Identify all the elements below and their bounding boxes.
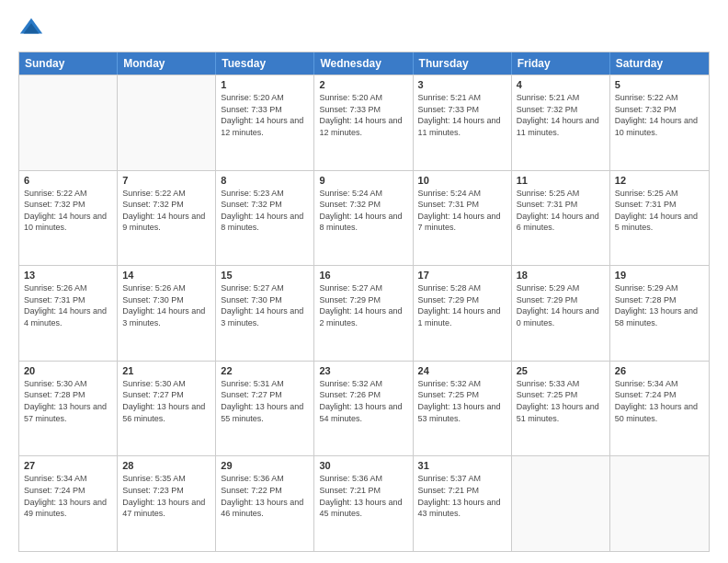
calendar-cell: 27Sunrise: 5:34 AM Sunset: 7:24 PM Dayli… [19,456,118,551]
calendar-cell: 13Sunrise: 5:26 AM Sunset: 7:31 PM Dayli… [19,266,118,361]
calendar-row: 20Sunrise: 5:30 AM Sunset: 7:28 PM Dayli… [19,361,709,456]
day-number: 19 [615,270,704,281]
calendar-header-cell: Tuesday [216,52,314,75]
day-info: Sunrise: 5:37 AM Sunset: 7:21 PM Dayligh… [418,473,506,519]
calendar-cell [118,75,216,170]
calendar-header-cell: Monday [118,52,216,75]
calendar-header-cell: Saturday [610,52,709,75]
day-number: 5 [615,79,704,90]
calendar-cell [512,456,610,551]
calendar-cell: 1Sunrise: 5:20 AM Sunset: 7:33 PM Daylig… [216,75,314,170]
calendar-cell: 18Sunrise: 5:29 AM Sunset: 7:29 PM Dayli… [512,266,610,361]
day-info: Sunrise: 5:31 AM Sunset: 7:27 PM Dayligh… [221,378,309,424]
day-number: 27 [24,460,112,471]
day-info: Sunrise: 5:33 AM Sunset: 7:25 PM Dayligh… [517,378,605,424]
day-info: Sunrise: 5:26 AM Sunset: 7:30 PM Dayligh… [122,282,210,328]
day-number: 11 [517,175,605,186]
day-info: Sunrise: 5:30 AM Sunset: 7:28 PM Dayligh… [24,378,112,424]
calendar-cell: 30Sunrise: 5:36 AM Sunset: 7:21 PM Dayli… [314,456,413,551]
calendar-cell: 12Sunrise: 5:25 AM Sunset: 7:31 PM Dayli… [610,171,709,266]
day-number: 22 [221,365,309,376]
day-info: Sunrise: 5:22 AM Sunset: 7:32 PM Dayligh… [122,188,210,234]
calendar-cell: 5Sunrise: 5:22 AM Sunset: 7:32 PM Daylig… [610,75,709,170]
day-info: Sunrise: 5:35 AM Sunset: 7:23 PM Dayligh… [122,473,210,519]
day-number: 30 [319,460,407,471]
day-number: 18 [517,270,605,281]
day-number: 14 [122,270,210,281]
day-info: Sunrise: 5:28 AM Sunset: 7:29 PM Dayligh… [418,282,506,328]
calendar-cell: 17Sunrise: 5:28 AM Sunset: 7:29 PM Dayli… [414,266,512,361]
logo [18,15,48,40]
day-number: 16 [319,270,407,281]
calendar-header-cell: Wednesday [314,52,413,75]
calendar-row: 13Sunrise: 5:26 AM Sunset: 7:31 PM Dayli… [19,265,709,361]
calendar-header-cell: Thursday [414,52,512,75]
calendar-cell: 2Sunrise: 5:20 AM Sunset: 7:33 PM Daylig… [314,75,413,170]
day-number: 26 [615,365,704,376]
day-number: 24 [418,365,506,376]
day-info: Sunrise: 5:34 AM Sunset: 7:24 PM Dayligh… [615,378,704,424]
day-number: 20 [24,365,112,376]
day-number: 8 [221,175,309,186]
day-info: Sunrise: 5:21 AM Sunset: 7:33 PM Dayligh… [418,92,506,138]
day-info: Sunrise: 5:22 AM Sunset: 7:32 PM Dayligh… [615,92,704,138]
day-info: Sunrise: 5:29 AM Sunset: 7:28 PM Dayligh… [615,282,704,328]
calendar-row: 1Sunrise: 5:20 AM Sunset: 7:33 PM Daylig… [19,75,709,170]
day-number: 9 [319,175,407,186]
day-info: Sunrise: 5:32 AM Sunset: 7:25 PM Dayligh… [418,378,506,424]
calendar-row: 6Sunrise: 5:22 AM Sunset: 7:32 PM Daylig… [19,170,709,266]
day-info: Sunrise: 5:25 AM Sunset: 7:31 PM Dayligh… [615,188,704,234]
day-info: Sunrise: 5:27 AM Sunset: 7:30 PM Dayligh… [221,282,309,328]
calendar-cell: 29Sunrise: 5:36 AM Sunset: 7:22 PM Dayli… [216,456,314,551]
calendar: SundayMondayTuesdayWednesdayThursdayFrid… [18,52,710,552]
calendar-row: 27Sunrise: 5:34 AM Sunset: 7:24 PM Dayli… [19,455,709,551]
calendar-cell: 21Sunrise: 5:30 AM Sunset: 7:27 PM Dayli… [118,362,216,456]
day-info: Sunrise: 5:23 AM Sunset: 7:32 PM Dayligh… [221,188,309,234]
calendar-cell: 19Sunrise: 5:29 AM Sunset: 7:28 PM Dayli… [610,266,709,361]
day-number: 28 [122,460,210,471]
day-info: Sunrise: 5:24 AM Sunset: 7:31 PM Dayligh… [418,188,506,234]
day-number: 3 [418,79,506,90]
day-info: Sunrise: 5:36 AM Sunset: 7:21 PM Dayligh… [319,473,407,519]
calendar-cell: 24Sunrise: 5:32 AM Sunset: 7:25 PM Dayli… [414,362,512,456]
day-info: Sunrise: 5:34 AM Sunset: 7:24 PM Dayligh… [24,473,112,519]
calendar-cell: 28Sunrise: 5:35 AM Sunset: 7:23 PM Dayli… [118,456,216,551]
calendar-cell: 31Sunrise: 5:37 AM Sunset: 7:21 PM Dayli… [414,456,512,551]
calendar-header-cell: Sunday [19,52,118,75]
calendar-cell: 4Sunrise: 5:21 AM Sunset: 7:32 PM Daylig… [512,75,610,170]
day-info: Sunrise: 5:29 AM Sunset: 7:29 PM Dayligh… [517,282,605,328]
calendar-cell: 20Sunrise: 5:30 AM Sunset: 7:28 PM Dayli… [19,362,118,456]
day-number: 21 [122,365,210,376]
calendar-cell: 26Sunrise: 5:34 AM Sunset: 7:24 PM Dayli… [610,362,709,456]
day-info: Sunrise: 5:22 AM Sunset: 7:32 PM Dayligh… [24,188,112,234]
day-number: 25 [517,365,605,376]
calendar-cell [610,456,709,551]
calendar-cell: 3Sunrise: 5:21 AM Sunset: 7:33 PM Daylig… [414,75,512,170]
calendar-cell: 15Sunrise: 5:27 AM Sunset: 7:30 PM Dayli… [216,266,314,361]
calendar-header-cell: Friday [512,52,610,75]
day-number: 1 [221,79,309,90]
calendar-cell: 16Sunrise: 5:27 AM Sunset: 7:29 PM Dayli… [314,266,413,361]
day-info: Sunrise: 5:25 AM Sunset: 7:31 PM Dayligh… [517,188,605,234]
day-info: Sunrise: 5:20 AM Sunset: 7:33 PM Dayligh… [221,92,309,138]
calendar-cell: 25Sunrise: 5:33 AM Sunset: 7:25 PM Dayli… [512,362,610,456]
day-info: Sunrise: 5:32 AM Sunset: 7:26 PM Dayligh… [319,378,407,424]
day-info: Sunrise: 5:30 AM Sunset: 7:27 PM Dayligh… [122,378,210,424]
day-number: 29 [221,460,309,471]
calendar-cell: 14Sunrise: 5:26 AM Sunset: 7:30 PM Dayli… [118,266,216,361]
day-info: Sunrise: 5:24 AM Sunset: 7:32 PM Dayligh… [319,188,407,234]
day-number: 13 [24,270,112,281]
header [18,15,710,40]
day-number: 10 [418,175,506,186]
calendar-cell: 10Sunrise: 5:24 AM Sunset: 7:31 PM Dayli… [414,171,512,266]
calendar-body: 1Sunrise: 5:20 AM Sunset: 7:33 PM Daylig… [19,75,709,551]
calendar-cell: 6Sunrise: 5:22 AM Sunset: 7:32 PM Daylig… [19,171,118,266]
page: SundayMondayTuesdayWednesdayThursdayFrid… [0,0,728,563]
day-number: 31 [418,460,506,471]
calendar-cell: 11Sunrise: 5:25 AM Sunset: 7:31 PM Dayli… [512,171,610,266]
day-number: 2 [319,79,407,90]
day-number: 6 [24,175,112,186]
day-number: 17 [418,270,506,281]
day-number: 12 [615,175,704,186]
day-number: 4 [517,79,605,90]
